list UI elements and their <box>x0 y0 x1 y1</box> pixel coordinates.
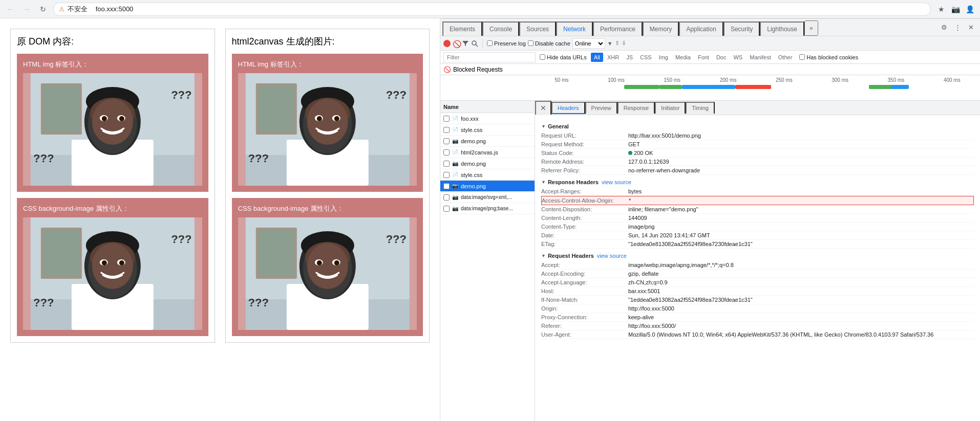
access-control-row: Access-Control-Allow-Origin: * <box>541 196 974 205</box>
accept-ranges-row: Accept-Ranges: bytes <box>541 187 974 196</box>
hide-data-urls-label[interactable]: Hide data URLs <box>540 54 587 60</box>
filter-manifest[interactable]: Manifest <box>747 53 774 62</box>
detail-tab-timing[interactable]: Timing <box>686 102 715 114</box>
response-headers-view-source[interactable]: view source <box>602 179 631 185</box>
svg-rect-33 <box>258 86 294 132</box>
file-checkbox-4[interactable] <box>443 161 450 167</box>
devtools-more-button[interactable]: ⋮ <box>951 21 964 34</box>
content-length-val: 144009 <box>628 215 647 221</box>
filter-css[interactable]: CSS <box>637 53 655 62</box>
filter-other[interactable]: Other <box>775 53 796 62</box>
filter-font[interactable]: Font <box>695 53 712 62</box>
filter-input[interactable] <box>443 52 536 62</box>
tab-network[interactable]: Network <box>556 21 593 36</box>
tl-bar-6 <box>891 85 909 89</box>
has-blocked-cookies-label[interactable]: Has blocked cookies <box>799 54 858 60</box>
filter-img[interactable]: Img <box>656 53 671 62</box>
file-item-6[interactable]: 📷 demo.png <box>440 181 535 192</box>
filter-toggle-button[interactable] <box>462 40 469 47</box>
tab-overflow[interactable]: » <box>804 20 818 36</box>
hide-data-urls-checkbox[interactable] <box>540 54 545 60</box>
disable-cache-label[interactable]: Disable cache <box>528 40 570 47</box>
detail-tab-initiator[interactable]: Initiator <box>655 102 686 114</box>
accept-language-val: zh-CN,zh;q=0.9 <box>628 279 668 285</box>
file-checkbox-0[interactable] <box>443 116 450 122</box>
tl-100ms: 100 ms <box>608 77 625 83</box>
tab-performance[interactable]: Performance <box>593 21 643 36</box>
file-checkbox-3[interactable] <box>443 149 450 156</box>
filter-ws[interactable]: WS <box>730 53 745 62</box>
file-checkbox-2[interactable] <box>443 138 450 144</box>
content-disposition-val: inline; filename="demo.png" <box>628 206 698 212</box>
file-icon-4: 📷 <box>452 160 459 167</box>
forward-button[interactable]: → <box>20 3 33 15</box>
img-card-right-title: HTML img 标签引入： <box>238 60 417 69</box>
filter-js[interactable]: JS <box>623 53 636 62</box>
tab-elements[interactable]: Elements <box>442 21 482 36</box>
tl-bar-2 <box>659 85 681 89</box>
detail-close-button[interactable]: ✕ <box>535 101 551 115</box>
file-item-3[interactable]: 📄 html2canvas.js <box>440 147 535 158</box>
accept-ranges-key: Accept-Ranges: <box>541 188 628 194</box>
tl-200ms: 200 ms <box>720 77 737 83</box>
tl-50ms: 50 ms <box>555 77 568 83</box>
devtools-settings-button[interactable]: ⚙ <box>938 21 950 34</box>
throttle-select[interactable]: Online Fast 3G Slow 3G Offline <box>572 38 605 49</box>
content-type-key: Content-Type: <box>541 224 628 230</box>
file-item-0[interactable]: 📄 foo.xxx <box>440 113 535 124</box>
file-item-7[interactable]: 📷 data:image/svg+xml,... <box>440 192 535 203</box>
proxy-connection-key: Proxy-Connection: <box>541 314 628 320</box>
file-item-4[interactable]: 📷 demo.png <box>440 158 535 169</box>
right-section: html2canvas 生成的图片: HTML img 标签引入： <box>225 29 430 343</box>
clear-button[interactable]: 🚫 <box>453 40 460 47</box>
tab-memory[interactable]: Memory <box>643 21 679 36</box>
if-none-match-val: "1eddea0e813082aa2f5524f98ea7230fdeae1c3… <box>628 297 753 303</box>
file-checkbox-1[interactable] <box>443 127 450 133</box>
detail-tab-headers[interactable]: Headers <box>551 102 585 114</box>
file-item-8[interactable]: 📷 data:image/png;base... <box>440 203 535 214</box>
profile-button[interactable]: 👤 <box>964 3 976 15</box>
host-val: bar.xxx:5001 <box>628 288 660 294</box>
content-disposition-row: Content-Disposition: inline; filename="d… <box>541 205 974 214</box>
page-sections: 原 DOM 内容: HTML img 标签引入： <box>10 29 430 343</box>
filter-doc[interactable]: Doc <box>713 53 730 62</box>
file-checkbox-5[interactable] <box>443 172 450 178</box>
search-button[interactable] <box>471 40 478 47</box>
detail-tab-preview[interactable]: Preview <box>585 102 617 114</box>
request-headers-view-source[interactable]: view source <box>597 253 627 259</box>
user-agent-val: Mozilla/5.0 (Windows NT 10.0; Win64; x64… <box>628 331 933 338</box>
tl-bar-4 <box>735 85 771 89</box>
tab-lighthouse[interactable]: Lighthouse <box>760 21 804 36</box>
record-button[interactable] <box>443 40 451 47</box>
tab-application[interactable]: Application <box>679 21 723 36</box>
file-checkbox-6[interactable] <box>443 183 450 189</box>
detail-tab-response[interactable]: Response <box>617 102 655 114</box>
svg-point-13 <box>102 116 107 121</box>
devtools-close-button[interactable]: ✕ <box>965 21 977 34</box>
qm-top-right-left: ??? <box>171 88 191 102</box>
disable-cache-checkbox[interactable] <box>528 40 534 46</box>
blocked-requests-label: Blocked Requests <box>453 66 503 73</box>
file-item-5[interactable]: 📄 style.css <box>440 169 535 181</box>
preserve-log-checkbox[interactable] <box>487 40 493 46</box>
file-checkbox-8[interactable] <box>443 206 450 212</box>
has-blocked-cookies-checkbox[interactable] <box>799 54 805 60</box>
file-checkbox-7[interactable] <box>443 194 450 201</box>
tab-security[interactable]: Security <box>723 21 760 36</box>
filter-all[interactable]: All <box>591 53 603 62</box>
status-code-row: Status Code: 200 OK <box>541 149 974 158</box>
filter-xhr[interactable]: XHR <box>604 53 622 62</box>
detail-content: General Request URL: http://bar.xxx:5001… <box>535 115 980 421</box>
file-name-6: demo.png <box>461 183 531 189</box>
file-item-1[interactable]: 📄 style.css <box>440 124 535 136</box>
screenshot-button[interactable]: 📷 <box>949 3 962 15</box>
reload-button[interactable]: ↻ <box>37 3 49 15</box>
filter-media[interactable]: Media <box>672 53 694 62</box>
address-bar[interactable]: ⚠ 不安全 foo.xxx:5000 <box>53 3 931 16</box>
tab-sources[interactable]: Sources <box>519 21 556 36</box>
preserve-log-label[interactable]: Preserve log <box>487 40 526 47</box>
bookmark-button[interactable]: ★ <box>935 3 947 15</box>
back-button[interactable]: ← <box>4 3 16 15</box>
tab-console[interactable]: Console <box>482 21 519 36</box>
file-item-2[interactable]: 📷 demo.png <box>440 136 535 147</box>
